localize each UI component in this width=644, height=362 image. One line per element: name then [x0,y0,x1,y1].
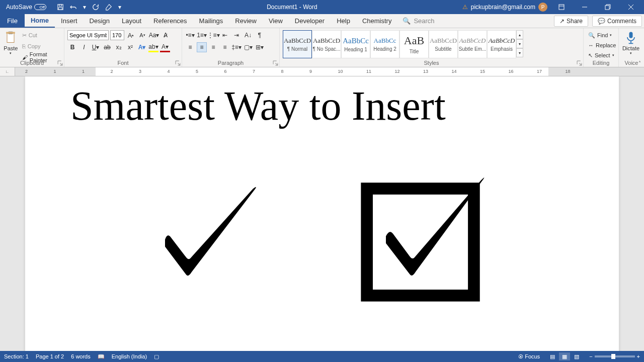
ruler-track[interactable]: 21123456789101112131415161718 [15,67,644,76]
print-layout-icon[interactable]: ▦ [559,352,570,360]
align-center-icon[interactable]: ≡ [197,42,207,52]
zoom-in-icon[interactable]: + [637,353,640,359]
focus-mode-button[interactable]: ⦿Focus [518,353,540,359]
read-mode-icon[interactable]: ▤ [547,352,558,360]
decrease-indent-icon[interactable]: ⇤ [220,30,230,40]
checkbox-symbol[interactable] [360,172,491,303]
copy-button[interactable]: ⎘Copy [21,41,61,51]
font-name-input[interactable] [67,30,109,40]
line-spacing-icon[interactable]: ‡≡▾ [231,42,242,52]
collapse-ribbon-icon[interactable]: ˄ [638,60,641,66]
font-size-input[interactable] [110,30,124,40]
tab-design[interactable]: Design [84,14,116,28]
redo-icon[interactable] [92,3,100,11]
style-emphasis[interactable]: AaBbCcDEmphasis [487,30,516,58]
tab-view[interactable]: View [263,14,289,28]
page[interactable]: Smartest Way to Insert [25,76,619,351]
tab-mailings[interactable]: Mailings [193,14,229,28]
borders-icon[interactable]: ⊞▾ [255,42,265,52]
bold-button[interactable]: B [67,42,77,52]
strikethrough-button[interactable]: ab [102,42,112,52]
close-icon[interactable] [622,0,640,14]
ribbon-display-options-icon[interactable] [552,0,571,14]
qat-customize-icon[interactable]: ▾ [118,3,122,11]
zoom-slider[interactable]: − + [589,353,640,359]
zoom-out-icon[interactable]: − [589,353,592,359]
ruler[interactable]: ∟ 21123456789101112131415161718 [0,67,644,76]
cut-button[interactable]: ✂Cut [21,30,61,40]
comments-button[interactable]: 💬 Comments [592,16,642,27]
tab-selector-icon[interactable]: ∟ [0,67,15,76]
shading-icon[interactable]: ▢▾ [243,42,253,52]
eraser-icon[interactable] [105,3,113,11]
dialog-launcher-icon[interactable] [57,60,63,66]
style-no-spacing[interactable]: AaBbCcD¶ No Spac... [312,30,341,58]
clear-formatting-icon[interactable]: A̷ [160,30,171,40]
document-area[interactable]: Smartest Way to Insert [0,76,644,351]
minimize-icon[interactable] [576,0,594,14]
sort-icon[interactable]: A↓ [243,30,253,40]
highlight-icon[interactable]: ab▾ [148,42,158,52]
status-words[interactable]: 6 words [71,353,91,359]
style-normal[interactable]: AaBbCcD¶ Normal [283,30,312,58]
undo-icon[interactable] [69,3,77,11]
search-box[interactable]: 🔍 Search [397,14,439,28]
superscript-button[interactable]: x² [125,42,135,52]
find-button[interactable]: 🔍Find▾ [587,30,613,40]
web-layout-icon[interactable]: ▧ [571,352,582,360]
styles-more-icon[interactable]: ▾ [516,48,523,57]
grow-font-icon[interactable]: A▴ [126,30,136,40]
tab-insert[interactable]: Insert [55,14,84,28]
shrink-font-icon[interactable]: A▾ [137,30,147,40]
user-account[interactable]: ⚠ pickupbrain@gmail.com P [462,3,547,12]
tab-review[interactable]: Review [229,14,263,28]
select-button[interactable]: ↖Select▾ [587,50,616,60]
style-subtitle[interactable]: AaBbCcDSubtitle [429,30,458,58]
status-section[interactable]: Section: 1 [4,353,29,359]
zoom-thumb[interactable] [611,354,615,359]
dictate-button[interactable]: Dictate ▾ [622,30,640,55]
align-right-icon[interactable]: ≡ [208,42,218,52]
italic-button[interactable]: I [79,42,89,52]
undo-dropdown-icon[interactable]: ▾ [83,3,87,11]
share-button[interactable]: ↗ Share [554,16,588,27]
style-subtle-emphasis[interactable]: AaBbCcDSubtle Em... [458,30,487,58]
tab-home[interactable]: Home [25,14,55,28]
align-left-icon[interactable]: ≡ [185,42,195,52]
show-marks-icon[interactable]: ¶ [255,30,265,40]
tab-help[interactable]: Help [331,14,356,28]
style-title[interactable]: AaBTitle [399,30,429,58]
text-effects-icon[interactable]: A▾ [137,42,147,52]
spellcheck-icon[interactable]: 📖 [98,353,105,360]
numbering-icon[interactable]: 1≡▾ [197,30,207,40]
checkmark-symbol[interactable] [153,179,269,295]
style-heading2[interactable]: AaBbCcHeading 2 [370,30,399,58]
justify-icon[interactable]: ≡ [220,42,230,52]
tab-references[interactable]: References [147,14,193,28]
dialog-launcher-icon[interactable] [273,60,278,66]
status-page[interactable]: Page 1 of 2 [36,353,64,359]
paste-button[interactable]: Paste ▾ [3,30,19,55]
change-case-icon[interactable]: Aa▾ [149,30,159,40]
tab-layout[interactable]: Layout [116,14,147,28]
save-icon[interactable] [56,3,64,11]
styles-down-icon[interactable]: ▾ [516,39,523,48]
subscript-button[interactable]: x₂ [114,42,124,52]
style-heading1[interactable]: AaBbCcHeading 1 [341,30,370,58]
dialog-launcher-icon[interactable] [175,60,181,66]
bullets-icon[interactable]: •≡▾ [185,30,195,40]
styles-up-icon[interactable]: ▴ [516,30,523,39]
autosave-toggle[interactable]: AutoSave Off [6,4,46,11]
tab-file[interactable]: File [0,14,25,28]
multilevel-list-icon[interactable]: ⋮≡▾ [208,30,218,40]
increase-indent-icon[interactable]: ⇥ [231,30,242,40]
underline-button[interactable]: U▾ [91,42,101,52]
macro-record-icon[interactable]: ▢ [154,353,159,360]
maximize-icon[interactable] [599,0,617,14]
dialog-launcher-icon[interactable] [577,60,582,66]
font-color-icon[interactable]: A▾ [160,42,170,52]
tab-chemistry[interactable]: Chemistry [356,14,398,28]
document-heading[interactable]: Smartest Way to Insert [70,85,574,127]
tab-developer[interactable]: Developer [289,14,331,28]
replace-button[interactable]: ↔Replace [587,40,617,50]
